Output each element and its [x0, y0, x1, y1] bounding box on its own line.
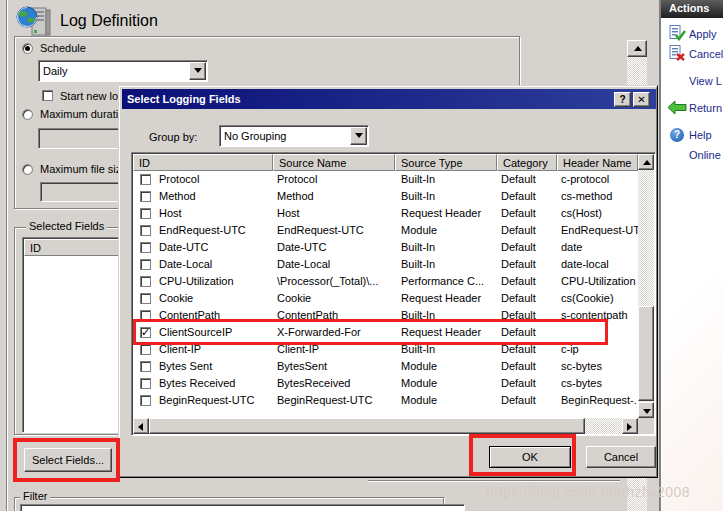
schedule-radio[interactable] — [22, 43, 33, 54]
action-item[interactable]: Help — [665, 125, 723, 145]
apply-icon — [669, 25, 686, 43]
table-scroll-right-button[interactable] — [622, 418, 638, 434]
action-item[interactable]: Return — [665, 98, 723, 118]
group-by-dropdown-button[interactable] — [350, 127, 367, 145]
action-item[interactable]: View L — [665, 71, 723, 91]
field-row[interactable]: Cookie Cookie Request Header Default cs(… — [133, 290, 638, 307]
cell-header-name: cs(Cookie) — [561, 292, 638, 307]
field-row[interactable]: ClientSourceIP X-Forwarded-For Request H… — [133, 324, 638, 341]
action-label[interactable]: Return — [689, 102, 722, 114]
field-checkbox[interactable] — [140, 344, 151, 355]
max-duration-radio[interactable] — [22, 109, 33, 120]
filter-input[interactable] — [20, 504, 465, 511]
table-hscroll-thumb[interactable] — [149, 418, 585, 434]
table-vertical-scrollbar[interactable] — [638, 154, 654, 418]
column-header-header-name[interactable]: Header Name — [557, 154, 638, 171]
field-row[interactable]: Bytes Received BytesReceived Module Defa… — [133, 375, 638, 392]
field-row[interactable]: Client-IP Client-IP Built-In Default c-i… — [133, 341, 638, 358]
field-checkbox[interactable] — [140, 395, 151, 406]
field-row[interactable]: EndRequest-UTC EndRequest-UTC Module Def… — [133, 222, 638, 239]
cell-source-name: Method — [277, 190, 393, 205]
log-definition-icon — [16, 5, 54, 38]
action-label[interactable]: View L — [689, 75, 722, 87]
field-row[interactable]: Method Method Built-In Default cs-method — [133, 188, 638, 205]
cell-header-name: s-contentpath — [561, 309, 638, 324]
field-checkbox[interactable] — [140, 259, 151, 270]
table-scroll-left-button[interactable] — [133, 418, 149, 434]
field-checkbox[interactable] — [140, 276, 151, 287]
dialog-close-button[interactable]: ✕ — [633, 92, 650, 107]
cell-source-name: Client-IP — [277, 343, 393, 358]
cell-id: Method — [159, 190, 271, 205]
window-left-edge-highlight — [7, 0, 8, 511]
return-arrow-icon — [667, 100, 687, 117]
cell-source-name: Date-Local — [277, 258, 393, 273]
select-fields-button[interactable]: Select Fields... — [24, 448, 112, 472]
cell-id: Date-UTC — [159, 241, 271, 256]
field-row[interactable]: CPU-Utilization \Processor(_Total)\... P… — [133, 273, 638, 290]
start-new-log-label: Start new log — [60, 90, 124, 102]
action-label[interactable]: Apply — [689, 28, 717, 40]
field-checkbox[interactable] — [140, 225, 151, 236]
field-checkbox[interactable] — [140, 310, 151, 321]
field-checkbox[interactable] — [140, 242, 151, 253]
field-checkbox[interactable] — [140, 191, 151, 202]
field-row[interactable]: Date-UTC Date-UTC Built-In Default date — [133, 239, 638, 256]
field-row[interactable]: Protocol Protocol Built-In Default c-pro… — [133, 171, 638, 188]
ok-button[interactable]: OK — [489, 446, 571, 468]
field-checkbox[interactable] — [140, 378, 151, 389]
action-label[interactable]: Online — [689, 149, 721, 161]
action-item[interactable]: Cancel — [665, 44, 723, 64]
action-item[interactable]: Apply — [665, 24, 723, 44]
dialog-titlebar[interactable]: Select Logging Fields — [122, 89, 656, 109]
column-header-id[interactable]: ID — [133, 154, 273, 171]
dialog-help-button[interactable]: ? — [614, 92, 631, 107]
cell-source-type: Module — [401, 360, 495, 375]
field-row[interactable]: Bytes Sent BytesSent Module Default sc-b… — [133, 358, 638, 375]
field-row[interactable]: Host Host Request Header Default cs(Host… — [133, 205, 638, 222]
action-label[interactable]: Help — [689, 129, 712, 141]
actions-separator — [665, 121, 720, 122]
cancel-icon — [669, 45, 686, 63]
table-horizontal-scrollbar[interactable] — [133, 418, 638, 434]
scrollbar-corner — [638, 418, 654, 434]
column-header-source-type[interactable]: Source Type — [395, 154, 497, 171]
column-header-category[interactable]: Category — [497, 154, 557, 171]
chevron-down-icon — [194, 68, 202, 73]
cell-header-name: EndRequest-UT — [561, 224, 638, 239]
cell-source-name: BeginRequest-UTC — [277, 394, 393, 409]
cancel-button[interactable]: Cancel — [586, 446, 656, 468]
field-checkbox[interactable] — [140, 174, 151, 185]
cell-source-name: Date-UTC — [277, 241, 393, 256]
table-scroll-down-button[interactable] — [638, 402, 654, 418]
field-row[interactable]: ContentPath ContentPath Built-In Default… — [133, 307, 638, 324]
action-label[interactable]: Cancel — [689, 48, 723, 60]
column-header-source-name[interactable]: Source Name — [273, 154, 395, 171]
schedule-combobox[interactable]: Daily — [38, 60, 208, 82]
actions-list: Apply Cancel — [661, 24, 723, 165]
field-checkbox[interactable] — [140, 361, 151, 372]
cell-category: Default — [501, 309, 555, 324]
cell-source-name: X-Forwarded-For — [277, 326, 393, 341]
field-checkbox[interactable] — [140, 208, 151, 219]
max-file-size-radio[interactable] — [22, 164, 33, 175]
group-by-combobox[interactable]: No Grouping — [219, 125, 369, 147]
cell-header-name: BeginRequest-. — [561, 394, 638, 409]
cell-category: Default — [501, 360, 555, 375]
cell-category: Default — [501, 275, 555, 290]
chevron-down-icon — [355, 133, 363, 138]
field-row[interactable]: BeginRequest-UTC BeginRequest-UTC Module… — [133, 392, 638, 409]
cell-category: Default — [501, 173, 555, 188]
start-new-log-checkbox[interactable] — [42, 90, 53, 101]
field-checkbox[interactable] — [140, 327, 151, 338]
table-scroll-up-button[interactable] — [638, 154, 654, 170]
schedule-dropdown-button[interactable] — [189, 62, 206, 80]
table-vscroll-thumb[interactable] — [638, 306, 654, 401]
cell-id: BeginRequest-UTC — [159, 394, 271, 409]
main-scroll-up-button[interactable] — [627, 40, 647, 57]
cell-id: ClientSourceIP — [159, 326, 271, 341]
group-by-value: No Grouping — [220, 130, 349, 142]
action-item[interactable]: Online — [665, 145, 723, 165]
field-row[interactable]: Date-Local Date-Local Built-In Default d… — [133, 256, 638, 273]
field-checkbox[interactable] — [140, 293, 151, 304]
